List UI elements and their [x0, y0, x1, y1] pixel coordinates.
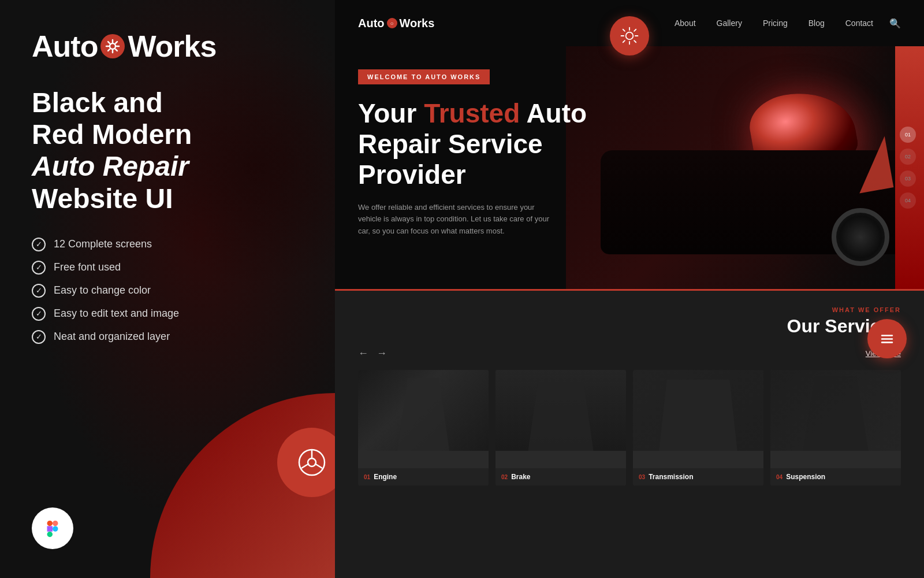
svg-point-11 [626, 32, 634, 40]
check-icon: ✓ [32, 261, 46, 275]
transmission-card-label: 03 Transmission [633, 468, 763, 486]
service-name: Engine [374, 473, 397, 481]
car-wheel-front [832, 208, 889, 266]
nav-links: About Gallery Pricing Blog Contact [675, 18, 873, 28]
site-logo-icon: ○ [387, 18, 397, 28]
nav-item-contact[interactable]: Contact [845, 18, 873, 28]
float-gear-button[interactable] [867, 319, 907, 358]
list-item: ✓ Free font used [32, 261, 303, 275]
hero-car-area [566, 46, 924, 289]
services-label: WHAT WE OFFER [358, 306, 901, 313]
gear-overlay-button[interactable] [610, 16, 649, 55]
car-image [589, 46, 924, 289]
hero-title: Your Trusted AutoRepair ServiceProvider [358, 98, 587, 190]
next-arrow[interactable]: → [377, 347, 387, 360]
person-shape [528, 382, 594, 451]
suspension-card-label: 04 Suspension [770, 468, 901, 486]
list-item: ✓ 12 Complete screens [32, 238, 303, 251]
welcome-badge: WELCOME TO AUTO WORKS [358, 69, 490, 84]
services-nav: ← → View More [358, 347, 901, 360]
logo: Auto Works [32, 29, 303, 64]
hero-section: WELCOME TO AUTO WORKS Your Trusted AutoR… [335, 46, 924, 289]
slide-indicators: 01 02 03 04 [900, 127, 916, 209]
service-card-transmission: 03 Transmission [633, 370, 763, 486]
search-icon[interactable]: 🔍 [889, 18, 901, 29]
person-shape [659, 380, 737, 451]
check-icon: ✓ [32, 330, 46, 344]
svg-line-10 [315, 464, 322, 468]
site-logo-part1: Auto [358, 17, 385, 30]
svg-rect-13 [881, 338, 893, 340]
engine-card-image [358, 370, 489, 451]
service-cards: 01 Engine 02 Brake [358, 370, 901, 486]
engine-card-label: 01 Engine [358, 468, 489, 486]
service-num: 03 [639, 474, 645, 480]
check-icon: ✓ [32, 238, 46, 251]
gear-icon [100, 34, 125, 58]
svg-point-0 [110, 43, 116, 49]
services-section: WHAT WE OFFER Our Services ← → View More… [335, 289, 924, 578]
check-icon: ✓ [32, 307, 46, 321]
slide-dot-4[interactable]: 04 [900, 192, 916, 209]
service-num: 04 [776, 474, 783, 480]
brake-card-image [495, 370, 626, 451]
service-num: 01 [364, 474, 370, 480]
left-panel: Auto Works Black and Red Modern Auto Rep… [0, 0, 335, 578]
list-item: ✓ Easy to change color [32, 284, 303, 298]
feature-text: 12 Complete screens [54, 238, 152, 250]
slide-dot-1[interactable]: 01 [900, 127, 916, 143]
nav-item-gallery[interactable]: Gallery [717, 18, 742, 28]
prev-arrow[interactable]: ← [358, 347, 368, 360]
service-name: Brake [511, 473, 530, 481]
feature-text: Free font used [54, 261, 121, 273]
svg-rect-2 [53, 521, 58, 526]
service-card-suspension: 04 Suspension [770, 370, 901, 486]
tagline-line3: Auto Repair [32, 151, 189, 181]
section-divider [335, 289, 924, 291]
nav-item-about[interactable]: About [675, 18, 696, 28]
service-card-brake: 02 Brake [495, 370, 626, 486]
nav-item-pricing[interactable]: Pricing [763, 18, 788, 28]
logo-text-part1: Auto [32, 29, 98, 64]
site-logo-part2: Works [400, 17, 435, 30]
svg-point-7 [308, 458, 316, 466]
arrow-buttons: ← → [358, 347, 387, 360]
right-panel: Auto ○ Works About Gallery Pricing Blog … [335, 0, 924, 578]
transmission-card-image [633, 370, 763, 451]
hero-content: WELCOME TO AUTO WORKS Your Trusted AutoR… [358, 69, 587, 238]
services-title: Our Services [358, 316, 901, 337]
feature-text: Easy to change color [54, 284, 151, 297]
slide-dot-3[interactable]: 03 [900, 171, 916, 187]
hero-title-part1: Your [358, 98, 424, 128]
svg-rect-1 [47, 521, 53, 526]
hero-title-accent: Trusted [424, 98, 520, 128]
service-name: Suspension [786, 473, 825, 481]
feature-text: Easy to edit text and image [54, 307, 179, 320]
tagline: Black and Red Modern Auto Repair Website… [32, 87, 303, 214]
feature-text: Neat and organized layer [54, 331, 170, 343]
list-item: ✓ Easy to edit text and image [32, 307, 303, 321]
check-icon: ✓ [32, 284, 46, 298]
tagline-line4: Website UI [32, 183, 173, 214]
svg-rect-14 [881, 342, 893, 343]
svg-point-5 [53, 526, 58, 531]
hero-description: We offer reliable and efficient services… [358, 202, 554, 238]
nav-item-blog[interactable]: Blog [808, 18, 825, 28]
svg-rect-3 [47, 526, 53, 531]
svg-rect-4 [47, 532, 53, 537]
brake-card-label: 02 Brake [495, 468, 626, 486]
services-header: WHAT WE OFFER Our Services [358, 306, 901, 337]
left-content: Auto Works Black and Red Modern Auto Rep… [0, 0, 335, 382]
svg-line-9 [301, 464, 309, 468]
suspension-card-image [770, 370, 901, 451]
tagline-line2: Red Modern [32, 119, 192, 150]
service-card-engine: 01 Engine [358, 370, 489, 486]
features-list: ✓ 12 Complete screens ✓ Free font used ✓… [32, 238, 303, 344]
slide-dot-2[interactable]: 02 [900, 149, 916, 165]
svg-rect-12 [881, 335, 893, 336]
tagline-line1: Black and [32, 87, 163, 118]
logo-text-part2: Works [128, 29, 216, 64]
site-logo: Auto ○ Works [358, 17, 434, 30]
figma-badge [32, 507, 73, 549]
list-item: ✓ Neat and organized layer [32, 330, 303, 344]
